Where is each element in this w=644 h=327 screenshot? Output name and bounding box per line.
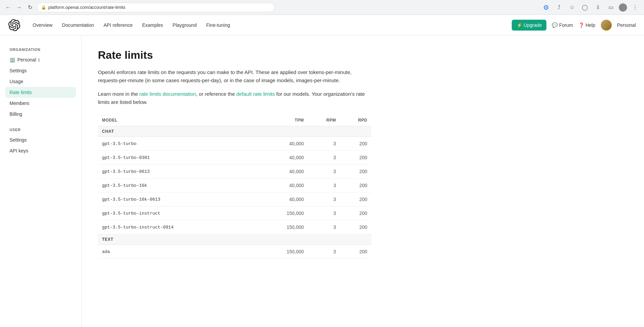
app-layout: ORGANIZATION 🏢 Personal ℹ Settings Usage… bbox=[0, 35, 644, 327]
tab-split-icon[interactable]: ▭ bbox=[606, 3, 615, 12]
rpm-cell: 3 bbox=[308, 206, 340, 220]
help-label: Help bbox=[586, 22, 595, 28]
api-keys-label: API keys bbox=[10, 148, 28, 153]
sidebar-item-api-keys[interactable]: API keys bbox=[5, 145, 76, 156]
table-row: gpt-3.5-turbo-16k-0613 40,000 3 200 bbox=[98, 193, 371, 206]
col-model: MODEL bbox=[98, 114, 262, 126]
model-name-cell: ada bbox=[98, 245, 262, 259]
main-content: Rate limits OpenAI enforces rate limits … bbox=[82, 35, 388, 327]
forward-button[interactable]: → bbox=[15, 3, 23, 12]
col-rpm: RPM bbox=[308, 114, 340, 126]
table-row: gpt-3.5-turbo 40,000 3 200 bbox=[98, 137, 371, 151]
nav-playground[interactable]: Playground bbox=[169, 20, 201, 31]
page-title: Rate limits bbox=[98, 49, 371, 61]
desc2-middle: , or reference the bbox=[196, 91, 236, 97]
default-rate-limits-link[interactable]: default rate limits bbox=[236, 91, 275, 97]
org-section-label: ORGANIZATION bbox=[5, 46, 76, 54]
tpm-cell: 40,000 bbox=[262, 137, 308, 151]
table-row: gpt-3.5-turbo-instruct 150,000 3 200 bbox=[98, 206, 371, 220]
sidebar-item-billing[interactable]: Billing bbox=[5, 109, 76, 120]
rate-limits-label: Rate limits bbox=[10, 90, 32, 95]
sidebar-item-settings-org[interactable]: Settings bbox=[5, 65, 76, 76]
share-icon[interactable]: ⤴ bbox=[554, 3, 564, 12]
org-name-row: 🏢 Personal ℹ bbox=[5, 54, 76, 65]
settings-user-label: Settings bbox=[10, 137, 27, 143]
info-icon[interactable]: ℹ bbox=[38, 57, 40, 62]
rate-limits-doc-link[interactable]: rate limits documentation bbox=[139, 91, 196, 97]
building-icon: 🏢 bbox=[10, 57, 15, 62]
user-section-label: USER bbox=[5, 126, 76, 134]
more-menu-icon[interactable]: ⋮ bbox=[630, 3, 640, 12]
address-bar[interactable]: 🔒 platform.openai.com/account/rate-limit… bbox=[37, 3, 275, 12]
sidebar-item-usage[interactable]: Usage bbox=[5, 76, 76, 87]
nav-links: Overview Documentation API reference Exa… bbox=[29, 20, 512, 31]
upgrade-button[interactable]: ⚡ Upgrade bbox=[512, 20, 547, 31]
bookmark-icon[interactable]: ☆ bbox=[567, 3, 577, 12]
google-icon[interactable] bbox=[541, 3, 551, 12]
rpd-cell: 200 bbox=[340, 165, 371, 179]
sidebar-item-settings-user[interactable]: Settings bbox=[5, 134, 76, 145]
billing-label: Billing bbox=[10, 111, 22, 117]
rpm-cell: 3 bbox=[308, 137, 340, 151]
rpd-cell: 200 bbox=[340, 179, 371, 193]
rpd-cell: 200 bbox=[340, 193, 371, 206]
col-rpd: RPD bbox=[340, 114, 371, 126]
table-row: gpt-3.5-turbo-0301 40,000 3 200 bbox=[98, 151, 371, 165]
rpd-cell: 200 bbox=[340, 137, 371, 151]
rpd-cell: 200 bbox=[340, 206, 371, 220]
model-name-cell: gpt-3.5-turbo-16k-0613 bbox=[98, 193, 262, 206]
nav-fine-tuning[interactable]: Fine-tuning bbox=[202, 20, 234, 31]
rate-table: MODEL TPM RPM RPD CHAT gpt-3.5-turbo 40,… bbox=[98, 114, 371, 259]
rpm-cell: 3 bbox=[308, 193, 340, 206]
sidebar-item-members[interactable]: Members bbox=[5, 98, 76, 109]
model-name-cell: gpt-3.5-turbo-0301 bbox=[98, 151, 262, 165]
sidebar: ORGANIZATION 🏢 Personal ℹ Settings Usage… bbox=[0, 35, 82, 327]
help-icon: ❓ bbox=[578, 22, 584, 28]
tpm-cell: 40,000 bbox=[262, 193, 308, 206]
sidebar-item-rate-limits[interactable]: Rate limits bbox=[5, 87, 76, 98]
tpm-cell: 150,000 bbox=[262, 245, 308, 259]
rpm-cell: 3 bbox=[308, 220, 340, 234]
personal-avatar[interactable] bbox=[601, 20, 612, 31]
help-link[interactable]: ❓ Help bbox=[578, 22, 595, 28]
table-row: gpt-3.5-turbo-0613 40,000 3 200 bbox=[98, 165, 371, 179]
rpd-cell: 200 bbox=[340, 151, 371, 165]
table-section-header: TEXT bbox=[98, 234, 371, 245]
tpm-cell: 40,000 bbox=[262, 179, 308, 193]
members-label: Members bbox=[10, 101, 29, 106]
model-name-cell: gpt-3.5-turbo-0613 bbox=[98, 165, 262, 179]
personal-label[interactable]: Personal bbox=[617, 22, 636, 28]
nav-documentation[interactable]: Documentation bbox=[58, 20, 98, 31]
reload-button[interactable]: ↻ bbox=[26, 3, 34, 12]
extensions-icon[interactable]: ◯ bbox=[580, 3, 590, 12]
browser-toolbar-right: ⤴ ☆ ◯ ⇩ ▭ ⋮ bbox=[541, 3, 640, 12]
settings-org-label: Settings bbox=[10, 68, 27, 73]
nav-overview[interactable]: Overview bbox=[29, 20, 56, 31]
table-row: gpt-3.5-turbo-16k 40,000 3 200 bbox=[98, 179, 371, 193]
model-name-cell: gpt-3.5-turbo-16k bbox=[98, 179, 262, 193]
table-section-header: CHAT bbox=[98, 126, 371, 137]
url-text: platform.openai.com/account/rate-limits bbox=[48, 5, 125, 10]
desc2-prefix: Learn more in the bbox=[98, 91, 139, 97]
nav-api-reference[interactable]: API reference bbox=[100, 20, 137, 31]
rpd-cell: 200 bbox=[340, 220, 371, 234]
rpm-cell: 3 bbox=[308, 245, 340, 259]
usage-label: Usage bbox=[10, 79, 23, 84]
openai-logo[interactable] bbox=[8, 19, 20, 31]
tpm-cell: 40,000 bbox=[262, 165, 308, 179]
tpm-cell: 150,000 bbox=[262, 206, 308, 220]
forum-icon: 💬 bbox=[552, 22, 558, 28]
forum-label: Forum bbox=[559, 22, 573, 28]
downloads-icon[interactable]: ⇩ bbox=[593, 3, 603, 12]
page-description-1: OpenAI enforces rate limits on the reque… bbox=[98, 68, 371, 85]
model-name-cell: gpt-3.5-turbo-instruct bbox=[98, 206, 262, 220]
org-name: Personal bbox=[17, 57, 36, 62]
forum-link[interactable]: 💬 Forum bbox=[552, 22, 573, 28]
upgrade-icon: ⚡ bbox=[516, 22, 522, 28]
rpd-cell: 200 bbox=[340, 245, 371, 259]
back-button[interactable]: ← bbox=[4, 3, 12, 12]
nav-examples[interactable]: Examples bbox=[138, 20, 167, 31]
col-tpm: TPM bbox=[262, 114, 308, 126]
browser-profile-avatar[interactable] bbox=[619, 3, 627, 12]
lock-icon: 🔒 bbox=[41, 5, 46, 10]
